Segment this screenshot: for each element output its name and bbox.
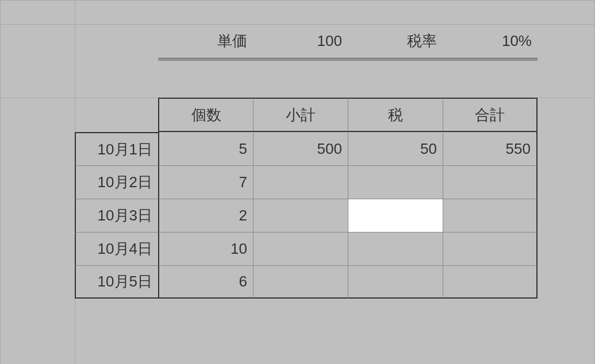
- row-date: 10月5日: [98, 272, 152, 292]
- row-tax-cell[interactable]: 50: [348, 132, 443, 165]
- row-quantity-cell[interactable]: 7: [158, 165, 253, 199]
- row-total-cell[interactable]: [443, 199, 538, 232]
- row-date-cell[interactable]: 10月1日: [75, 132, 158, 165]
- row-date: 10月2日: [98, 172, 152, 192]
- row-quantity: 10: [231, 240, 247, 258]
- column-header-total-text: 合計: [475, 105, 505, 125]
- row-quantity: 2: [239, 207, 247, 224]
- row-tax-cell[interactable]: [348, 265, 443, 299]
- row-subtotal-cell[interactable]: 500: [253, 132, 348, 165]
- row-quantity-cell[interactable]: 2: [158, 199, 253, 232]
- column-header-quantity-text: 個数: [191, 105, 221, 125]
- row-quantity-cell[interactable]: 5: [158, 132, 253, 165]
- unit-price-value-cell[interactable]: 100: [253, 24, 348, 59]
- row-tax-cell-selected[interactable]: [348, 199, 443, 232]
- row-subtotal-cell[interactable]: [253, 232, 348, 265]
- column-header-total[interactable]: 合計: [443, 98, 538, 132]
- tax-rate-label-cell[interactable]: 税率: [348, 24, 443, 59]
- column-header-tax-text: 税: [388, 105, 403, 125]
- row-tax-cell[interactable]: [348, 165, 443, 199]
- row-tax: 50: [420, 140, 437, 158]
- row-date-cell[interactable]: 10月2日: [75, 165, 158, 199]
- tax-rate-value-cell[interactable]: 10%: [443, 24, 538, 59]
- row-date-cell[interactable]: 10月3日: [75, 199, 158, 232]
- row-total-cell[interactable]: 550: [443, 132, 538, 165]
- row-date-cell[interactable]: 10月5日: [75, 265, 158, 299]
- row-total-cell[interactable]: [443, 265, 538, 299]
- tax-rate-value: 10%: [502, 32, 532, 50]
- row-quantity: 6: [239, 273, 247, 291]
- column-header-subtotal-text: 小計: [286, 105, 316, 125]
- column-header-tax[interactable]: 税: [348, 98, 443, 132]
- column-header-quantity[interactable]: 個数: [158, 98, 253, 132]
- row-date-cell[interactable]: 10月4日: [75, 232, 158, 265]
- row-date: 10月3日: [98, 206, 152, 226]
- row-total-cell[interactable]: [443, 232, 538, 265]
- row-total-cell[interactable]: [443, 165, 538, 199]
- spreadsheet-grid[interactable]: 単価 100 税率 10% 個数 小計 税 合計 10月1日 5 500 50 …: [0, 0, 595, 364]
- row-tax-cell[interactable]: [348, 232, 443, 265]
- row-quantity: 5: [239, 140, 247, 158]
- row-date: 10月1日: [98, 140, 152, 160]
- unit-price-label: 単価: [217, 31, 247, 51]
- column-header-subtotal[interactable]: 小計: [253, 98, 348, 132]
- unit-price-value: 100: [317, 32, 342, 50]
- row-total: 550: [506, 140, 531, 158]
- row-subtotal-cell[interactable]: [253, 265, 348, 299]
- row-subtotal: 500: [317, 140, 342, 158]
- row-subtotal-cell[interactable]: [253, 165, 348, 199]
- tax-rate-label: 税率: [407, 31, 437, 51]
- unit-price-label-cell[interactable]: 単価: [158, 24, 253, 59]
- row-subtotal-cell[interactable]: [253, 199, 348, 232]
- row-quantity-cell[interactable]: 10: [158, 232, 253, 265]
- row-quantity: 7: [239, 173, 247, 191]
- row-quantity-cell[interactable]: 6: [158, 265, 253, 299]
- row-date: 10月4日: [98, 239, 152, 259]
